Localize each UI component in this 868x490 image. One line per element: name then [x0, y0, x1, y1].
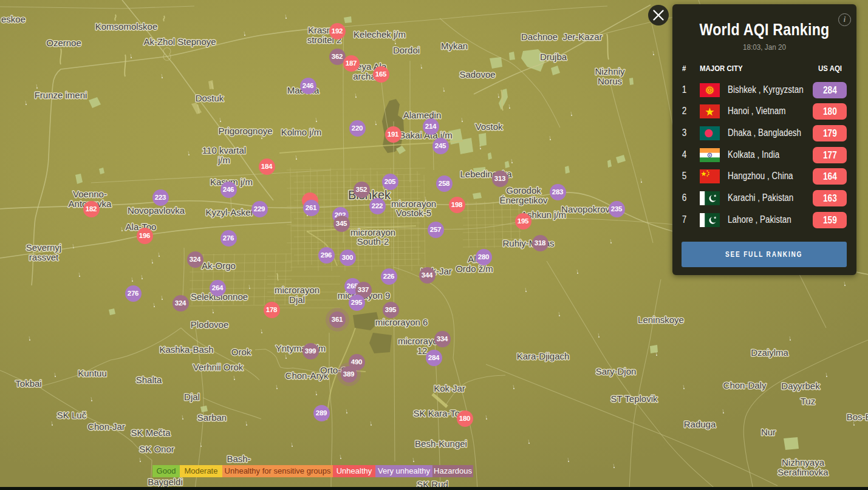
svg-text:Novopavlovka: Novopavlovka — [128, 205, 185, 216]
svg-text:Chon-Daly: Chon-Daly — [723, 380, 767, 390]
svg-text:Kok-Jar: Kok-Jar — [434, 383, 465, 393]
svg-text:Severnyj: Severnyj — [26, 242, 61, 253]
svg-text:microrayon 6: microrayon 6 — [375, 317, 428, 327]
svg-text:Tuz: Tuz — [801, 396, 815, 406]
svg-text:Tokbai: Tokbai — [15, 378, 41, 389]
svg-text:110 kvartal: 110 kvartal — [202, 145, 246, 155]
svg-text:Ordo ž/m: Ordo ž/m — [456, 264, 493, 274]
svg-text:Komsomolskoe: Komsomolskoe — [95, 21, 158, 32]
svg-text:Bash-: Bash- — [227, 454, 250, 464]
svg-text:Kuntuu: Kuntuu — [78, 368, 107, 378]
svg-text:Plodovoe: Plodovoe — [191, 319, 229, 330]
svg-text:Baygeldi: Baygeldi — [148, 477, 183, 487]
svg-text:Kyzyl-Asker: Kyzyl-Asker — [205, 207, 253, 217]
svg-text:Prigorognoye: Prigorognoye — [218, 126, 272, 136]
svg-text:Alamedin: Alamedin — [403, 110, 442, 120]
svg-text:South-2: South-2 — [357, 236, 389, 247]
svg-text:Besh-Kungei: Besh-Kungei — [415, 438, 467, 449]
svg-text:Ak-Orgo: Ak-Orgo — [202, 260, 236, 271]
svg-text:Dayyrbek: Dayyrbek — [781, 381, 820, 391]
svg-text:Drujba: Drujba — [540, 52, 567, 62]
svg-text:Ak-Zhol Stepnoye: Ak-Zhol Stepnoye — [143, 36, 216, 47]
svg-text:Frunze imeni: Frunze imeni — [35, 90, 87, 100]
svg-text:Norus: Norus — [598, 76, 622, 86]
svg-text:12: 12 — [417, 345, 428, 356]
svg-text:Chon-Jar: Chon-Jar — [87, 421, 125, 432]
svg-text:microrayon: microrayon — [275, 285, 320, 295]
svg-text:Sary-Djon: Sary-Djon — [596, 366, 637, 376]
svg-text:Voenno-: Voenno- — [73, 189, 107, 199]
svg-text:Dachnoe: Dachnoe — [521, 32, 558, 42]
svg-text:j/m: j/m — [217, 155, 230, 165]
svg-text:Nur: Nur — [761, 427, 776, 437]
svg-text:Orok: Orok — [231, 347, 251, 357]
svg-text:Vostok-5: Vostok-5 — [396, 208, 431, 218]
svg-text:Ozernoe: Ozernoe — [46, 38, 81, 48]
svg-text:Kolmo j/m: Kolmo j/m — [281, 127, 322, 137]
svg-text:SK Luč: SK Luč — [57, 410, 87, 420]
svg-text:Raduga: Raduga — [684, 419, 716, 429]
svg-text:Dzaiylma: Dzaiylma — [751, 347, 788, 358]
svg-text:Nizhnyaya: Nizhnyaya — [782, 457, 825, 468]
svg-text:Jer-Kazar: Jer-Kazar — [562, 32, 602, 42]
svg-text:Djal: Djal — [289, 294, 305, 305]
svg-text:Djal: Djal — [184, 392, 200, 402]
svg-text:Vostok: Vostok — [475, 121, 503, 132]
svg-text:Kashka-Bash: Kashka-Bash — [159, 344, 213, 355]
svg-text:SK Onor: SK Onor — [139, 444, 174, 454]
svg-text:Kara-Djigach: Kara-Djigach — [517, 351, 570, 361]
svg-text:Sadovoe: Sadovoe — [459, 69, 495, 80]
svg-text:rassvet: rassvet — [29, 252, 59, 262]
svg-text:Leninskoye: Leninskoye — [638, 315, 684, 325]
svg-text:eskoe: eskoe — [1, 14, 26, 24]
svg-text:Sarban: Sarban — [197, 412, 227, 423]
svg-text:Nizhniy: Nizhniy — [595, 66, 625, 77]
svg-text:Gorodok: Gorodok — [506, 185, 541, 196]
svg-text:Verhnii Orok: Verhnii Orok — [193, 362, 244, 372]
svg-text:Dordoi: Dordoi — [393, 45, 420, 55]
svg-text:Serafimovka: Serafimovka — [777, 467, 829, 477]
svg-text:Kelechek j/m: Kelechek j/m — [354, 29, 406, 39]
svg-text:Bos-Bel: Bos-Bel — [847, 412, 868, 422]
svg-text:Dostuk: Dostuk — [196, 93, 224, 103]
svg-text:Mykan: Mykan — [441, 41, 468, 51]
svg-text:Énergetikov: Énergetikov — [499, 195, 548, 205]
svg-text:ST Teplovik: ST Teplovik — [611, 393, 658, 404]
svg-text:Shalta: Shalta — [136, 375, 162, 385]
svg-text:SK Mečta: SK Mečta — [131, 427, 171, 438]
